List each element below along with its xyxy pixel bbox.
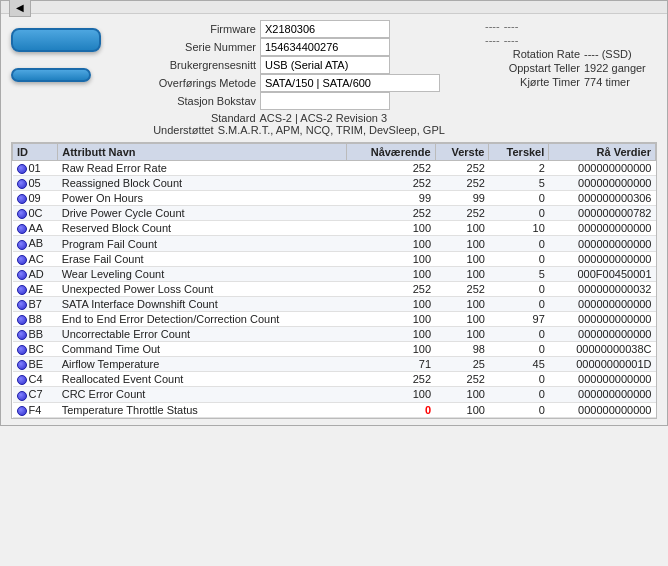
table-row: AA Reserved Block Count 100 100 10 00000… xyxy=(13,221,656,236)
dash3: ---- xyxy=(485,34,500,46)
cell-id: B7 xyxy=(13,296,58,311)
rotation-row: Rotation Rate ---- (SSD) xyxy=(485,48,657,60)
table-row: 05 Reassigned Block Count 252 252 5 0000… xyxy=(13,176,656,191)
cell-threshold: 45 xyxy=(489,357,549,372)
status-dot xyxy=(17,375,27,385)
cell-id: AB xyxy=(13,236,58,251)
table-row: 0C Drive Power Cycle Count 252 252 0 000… xyxy=(13,206,656,221)
smart-tbody: 01 Raw Read Error Rate 252 252 2 0000000… xyxy=(13,161,656,418)
standard-label: Standard xyxy=(211,112,256,124)
table-row: F4 Temperature Throttle Status 0 100 0 0… xyxy=(13,402,656,417)
cell-name: Uncorrectable Error Count xyxy=(58,327,347,342)
status-dot xyxy=(17,270,27,280)
table-row: AC Erase Fail Count 100 100 0 0000000000… xyxy=(13,251,656,266)
cell-id: BE xyxy=(13,357,58,372)
cell-threshold: 0 xyxy=(489,387,549,402)
cell-threshold: 10 xyxy=(489,221,549,236)
cell-current: 100 xyxy=(347,387,435,402)
rotation-value: ---- (SSD) xyxy=(584,48,632,60)
cell-id: 01 xyxy=(13,161,58,176)
drive-letter-label: Stasjon Bokstav xyxy=(121,95,256,107)
cell-name: Program Fail Count xyxy=(58,236,347,251)
cell-threshold: 0 xyxy=(489,206,549,221)
cell-current: 100 xyxy=(347,236,435,251)
table-row: AE Unexpected Power Loss Count 252 252 0… xyxy=(13,281,656,296)
standard-row: Standard ACS-2 | ACS-2 Revision 3 xyxy=(121,112,477,124)
cell-worst: 252 xyxy=(435,161,489,176)
cell-id: AC xyxy=(13,251,58,266)
status-dot xyxy=(17,406,27,416)
back-button[interactable]: ◀ xyxy=(9,0,31,17)
table-row: 09 Power On Hours 99 99 0 000000000306 xyxy=(13,191,656,206)
table-row: B8 End to End Error Detection/Correction… xyxy=(13,311,656,326)
drive-letter-row: Stasjon Bokstav xyxy=(121,92,477,110)
cell-threshold: 0 xyxy=(489,327,549,342)
table-row: BB Uncorrectable Error Count 100 100 0 0… xyxy=(13,327,656,342)
cell-threshold: 0 xyxy=(489,191,549,206)
cell-raw: 000000000782 xyxy=(549,206,656,221)
cell-current: 252 xyxy=(347,176,435,191)
cell-current: 100 xyxy=(347,266,435,281)
cell-threshold: 0 xyxy=(489,372,549,387)
status-dot xyxy=(17,391,27,401)
cell-name: Reassigned Block Count xyxy=(58,176,347,191)
cell-current: 100 xyxy=(347,311,435,326)
dash1: ---- xyxy=(485,20,500,32)
col-threshold: Terskel xyxy=(489,144,549,161)
dash2: ---- xyxy=(504,20,519,32)
status-dot xyxy=(17,224,27,234)
cell-name: Erase Fail Count xyxy=(58,251,347,266)
cell-threshold: 97 xyxy=(489,311,549,326)
cell-raw: 00000000001D xyxy=(549,357,656,372)
table-row: 01 Raw Read Error Rate 252 252 2 0000000… xyxy=(13,161,656,176)
side-info: ---- ---- ---- ---- Rotation Rate ---- (… xyxy=(477,20,657,136)
bootcount-row: Oppstart Teller 1922 ganger xyxy=(485,62,657,74)
cell-id: BC xyxy=(13,342,58,357)
left-panel xyxy=(11,20,121,136)
status-dot xyxy=(17,330,27,340)
status-dot xyxy=(17,360,27,370)
col-id: ID xyxy=(13,144,58,161)
supported-value: S.M.A.R.T., APM, NCQ, TRIM, DevSleep, GP… xyxy=(218,124,445,136)
cell-worst: 100 xyxy=(435,296,489,311)
supported-label: Understøttet xyxy=(153,124,214,136)
firmware-row: Firmware X2180306 xyxy=(121,20,477,38)
cell-threshold: 0 xyxy=(489,402,549,417)
serial-row: Serie Nummer 154634400276 xyxy=(121,38,477,56)
cell-worst: 98 xyxy=(435,342,489,357)
cell-current: 100 xyxy=(347,342,435,357)
table-row: AD Wear Leveling Count 100 100 5 000F004… xyxy=(13,266,656,281)
cell-name: Raw Read Error Rate xyxy=(58,161,347,176)
rotation-label: Rotation Rate xyxy=(485,48,580,60)
table-row: C4 Reallocated Event Count 252 252 0 000… xyxy=(13,372,656,387)
cell-name: Reserved Block Count xyxy=(58,221,347,236)
cell-worst: 252 xyxy=(435,206,489,221)
serial-value: 154634400276 xyxy=(260,38,390,56)
cell-current: 99 xyxy=(347,191,435,206)
cell-name: Power On Hours xyxy=(58,191,347,206)
content-area: Firmware X2180306 Serie Nummer 154634400… xyxy=(1,14,667,425)
table-row: BC Command Time Out 100 98 0 00000000038… xyxy=(13,342,656,357)
runtime-row: Kjørte Timer 774 timer xyxy=(485,76,657,88)
cell-name: SATA Interface Downshift Count xyxy=(58,296,347,311)
health-badge xyxy=(11,28,101,52)
cell-raw: 00000000038C xyxy=(549,342,656,357)
cell-id: AA xyxy=(13,221,58,236)
cell-current: 252 xyxy=(347,372,435,387)
info-section: Firmware X2180306 Serie Nummer 154634400… xyxy=(11,20,657,136)
table-row: BE Airflow Temperature 71 25 45 00000000… xyxy=(13,357,656,372)
transfer-row: Overførings Metode SATA/150 | SATA/600 xyxy=(121,74,477,92)
cell-raw: 000000000000 xyxy=(549,161,656,176)
cell-worst: 100 xyxy=(435,402,489,417)
cell-threshold: 0 xyxy=(489,296,549,311)
cell-worst: 100 xyxy=(435,251,489,266)
title-bar: ◀ xyxy=(1,1,667,14)
center-info: Firmware X2180306 Serie Nummer 154634400… xyxy=(121,20,477,136)
status-dot xyxy=(17,240,27,250)
cell-current: 252 xyxy=(347,161,435,176)
cell-id: C4 xyxy=(13,372,58,387)
interface-label: Brukergrensesnitt xyxy=(121,59,256,71)
dash-row-2: ---- ---- xyxy=(485,34,657,46)
cell-current: 0 xyxy=(347,402,435,417)
cell-worst: 100 xyxy=(435,387,489,402)
